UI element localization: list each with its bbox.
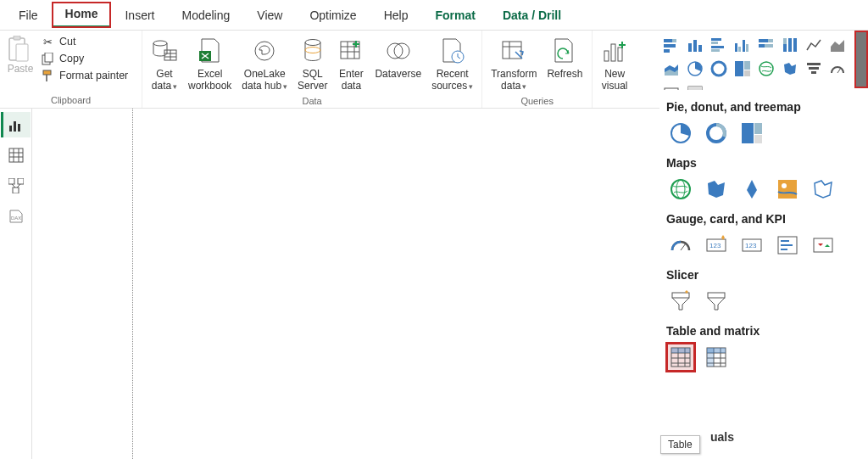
shape-map-icon[interactable]	[809, 175, 837, 204]
get-data-button[interactable]: Get data	[146, 34, 183, 94]
gauge-icon[interactable]	[826, 58, 849, 80]
refresh-label: Refresh	[547, 68, 582, 80]
svg-rect-33	[743, 40, 745, 52]
refresh-icon	[551, 37, 578, 64]
svg-rect-47	[744, 70, 750, 76]
svg-rect-36	[768, 39, 773, 42]
stacked-column-icon[interactable]	[684, 34, 706, 56]
recent-sources-button[interactable]: Recent sources	[426, 34, 478, 94]
copy-button[interactable]: Copy	[39, 51, 130, 66]
gallery-expand-handle[interactable]	[854, 31, 868, 88]
svg-rect-22	[664, 44, 676, 48]
format-painter-label: Format painter	[59, 70, 128, 81]
svg-rect-28	[711, 42, 718, 44]
multirow-card-icon[interactable]	[773, 231, 802, 260]
azure-map-icon[interactable]	[737, 175, 766, 204]
svg-rect-68	[754, 135, 762, 143]
treemap-icon[interactable]	[732, 58, 754, 80]
svg-rect-1	[14, 36, 20, 40]
filled-map-icon[interactable]	[779, 58, 801, 80]
svg-point-48	[760, 62, 773, 76]
format-painter-button[interactable]: Format painter	[39, 68, 130, 83]
paste-button[interactable]: Paste	[3, 34, 37, 76]
data-group-label: Data	[146, 94, 478, 109]
svg-rect-32	[738, 47, 741, 52]
basic-map-icon[interactable]	[666, 175, 695, 204]
recent-icon	[439, 37, 466, 64]
kpi-big-icon[interactable]	[809, 231, 837, 260]
table-visual-icon[interactable]	[666, 343, 695, 372]
svg-rect-46	[744, 61, 750, 70]
menu-view[interactable]: View	[243, 3, 296, 27]
slicer-new-icon[interactable]	[666, 287, 695, 316]
sql-server-button[interactable]: SQL Server	[292, 34, 332, 94]
svg-point-10	[305, 40, 320, 46]
report-view-icon[interactable]	[1, 112, 31, 137]
model-view-icon[interactable]	[3, 173, 29, 199]
pie-icon[interactable]	[684, 58, 706, 80]
matrix-visual-icon[interactable]	[702, 343, 731, 372]
clustered-bar-icon[interactable]	[708, 34, 730, 56]
cut-button[interactable]: ✂ Cut	[39, 34, 130, 49]
svg-point-13	[387, 43, 403, 59]
menu-modeling[interactable]: Modeling	[168, 3, 243, 27]
donut-chart-icon[interactable]	[702, 119, 731, 148]
menu-format[interactable]: Format	[421, 3, 488, 27]
menu-file[interactable]: File	[5, 3, 52, 27]
stacked-area-icon[interactable]	[660, 58, 682, 80]
enter-data-label: Enter data	[339, 68, 364, 92]
menu-data-drill[interactable]: Data / Drill	[489, 3, 575, 27]
table-view-icon[interactable]	[3, 143, 29, 168]
svg-text:DAX: DAX	[11, 216, 21, 221]
excel-workbook-button[interactable]: Excel workbook	[183, 34, 236, 94]
svg-rect-56	[9, 126, 12, 132]
slicer-icon[interactable]	[702, 287, 731, 316]
new-visual-button[interactable]: New visual	[596, 34, 633, 94]
menu-help[interactable]: Help	[370, 3, 422, 27]
line-chart-icon[interactable]	[803, 34, 825, 56]
filled-map-big-icon[interactable]	[702, 175, 731, 204]
card-new-icon[interactable]: 123	[702, 231, 731, 260]
area-chart-icon[interactable]	[826, 34, 849, 56]
svg-rect-49	[807, 63, 821, 65]
pie-chart-icon[interactable]	[666, 119, 695, 148]
svg-rect-26	[698, 45, 702, 52]
treemap-chart-icon[interactable]	[737, 119, 766, 148]
svg-rect-78	[814, 238, 832, 252]
funnel-icon[interactable]	[803, 58, 825, 80]
stacked-column-100-icon[interactable]	[779, 34, 801, 56]
svg-rect-23	[664, 49, 670, 53]
card-big-icon[interactable]: 123	[737, 231, 766, 260]
svg-rect-51	[811, 71, 816, 74]
dataverse-button[interactable]: Dataverse	[370, 34, 426, 81]
menu-optimize[interactable]: Optimize	[296, 3, 370, 27]
map-icon[interactable]	[755, 58, 777, 80]
svg-rect-41	[788, 38, 792, 52]
arcgis-map-icon[interactable]	[773, 175, 802, 204]
menu-insert[interactable]: Insert	[111, 3, 168, 27]
stacked-bar-100-icon[interactable]	[755, 34, 777, 56]
insert-group-label	[596, 104, 640, 108]
gauge-big-icon[interactable]	[666, 231, 695, 260]
menu-home[interactable]: Home	[52, 2, 112, 28]
tooltip: Table	[660, 435, 700, 454]
transform-icon	[500, 37, 527, 64]
excel-icon	[197, 37, 224, 64]
svg-rect-18	[611, 44, 615, 61]
recent-label: Recent sources	[431, 68, 473, 92]
stacked-bar-icon[interactable]	[660, 34, 682, 56]
transform-label: Transform data	[491, 68, 537, 92]
onelake-button[interactable]: OneLake data hub	[236, 34, 292, 94]
enter-data-button[interactable]: Enter data	[332, 34, 370, 94]
dataverse-icon	[385, 37, 412, 64]
section-gauge-label: Gauge, card, and KPI	[666, 212, 861, 226]
clustered-column-icon[interactable]	[732, 34, 754, 56]
transform-data-button[interactable]: Transform data	[486, 34, 542, 94]
refresh-button[interactable]: Refresh	[542, 34, 587, 81]
dax-view-icon[interactable]: DAX	[3, 204, 29, 229]
section-pie-label: Pie, donut, and treemap	[666, 100, 861, 114]
svg-rect-45	[735, 61, 743, 76]
svg-rect-80	[708, 293, 725, 298]
svg-rect-59	[9, 148, 23, 162]
donut-icon[interactable]	[708, 58, 730, 80]
